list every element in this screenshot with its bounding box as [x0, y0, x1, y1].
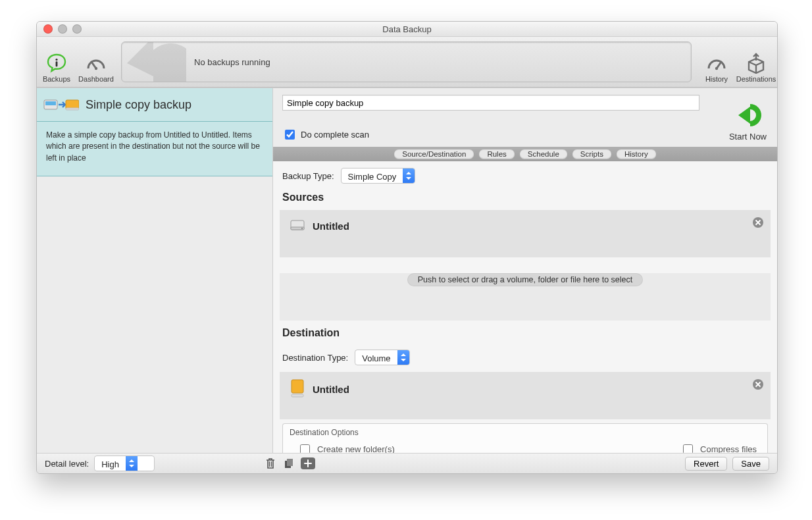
add-backup-button[interactable] — [301, 457, 315, 469]
start-now-icon — [733, 101, 762, 130]
backup-name-input[interactable] — [282, 95, 699, 111]
tab-bar: Source/Destination Rules Schedule Script… — [273, 147, 777, 161]
svg-rect-7 — [45, 101, 56, 105]
backup-type-select[interactable]: Simple Copy — [341, 168, 416, 184]
title-bar: Data Backup — [37, 22, 777, 37]
speech-bubble-info-icon — [46, 53, 67, 74]
destination-type-value: Volume — [355, 350, 397, 365]
toolbar-dashboard-button[interactable]: Dashboard — [76, 37, 116, 87]
window-title: Data Backup — [37, 24, 777, 34]
body: Simple copy backup Make a simple copy ba… — [37, 88, 777, 453]
complete-scan-label: Do complete scan — [301, 130, 369, 140]
big-back-arrow-icon — [121, 41, 186, 82]
toolbar-history-label: History — [705, 75, 728, 83]
source-drop-hint[interactable]: Push to select or drag a volume, folder … — [407, 273, 644, 286]
box-out-icon — [746, 53, 767, 74]
destination-options-box: Destination Options Create new folder(s)… — [282, 423, 768, 453]
backup-type-label: Backup Type: — [282, 171, 334, 181]
source-volume-name: Untitled — [313, 221, 349, 232]
create-new-folders-option[interactable]: Create new folder(s) — [297, 442, 395, 453]
start-now-button[interactable]: Start Now — [729, 95, 768, 142]
svg-point-5 — [715, 67, 718, 70]
remove-destination-button[interactable] — [752, 378, 764, 390]
sidebar-backup-description: Make a simple copy backup from Untitled … — [37, 121, 272, 176]
destination-volume-name: Untitled — [313, 384, 349, 395]
toolbar-destinations-button[interactable]: Destinations — [736, 37, 776, 87]
compress-files-label: Compress files — [700, 444, 757, 453]
sidebar-backup-item[interactable]: Simple copy backup Make a simple copy ba… — [37, 88, 272, 176]
revert-button[interactable]: Revert — [685, 457, 727, 471]
complete-scan-checkbox[interactable] — [285, 130, 295, 140]
detail-level-label: Detail level: — [45, 459, 89, 469]
delete-backup-button[interactable] — [264, 457, 277, 469]
documents-icon — [283, 457, 295, 469]
detail-level-value: High — [95, 456, 126, 471]
compress-files-option[interactable]: Compress files — [680, 442, 757, 453]
svg-rect-15 — [292, 394, 303, 397]
svg-rect-14 — [292, 380, 303, 393]
app-window: Data Backup Backups Dashboard — [36, 21, 778, 474]
destination-volume-well: Untitled — [280, 372, 771, 419]
sidebar: Simple copy backup Make a simple copy ba… — [37, 88, 273, 453]
trash-icon — [265, 457, 276, 469]
svg-point-3 — [95, 67, 97, 70]
destination-type-select[interactable]: Volume — [355, 350, 409, 365]
sources-heading: Sources — [273, 188, 777, 207]
svg-rect-1 — [56, 61, 58, 66]
toolbar-backups-button[interactable]: Backups — [37, 37, 76, 87]
duplicate-backup-button[interactable] — [282, 457, 295, 469]
svg-rect-9 — [66, 108, 79, 110]
tab-schedule[interactable]: Schedule — [520, 149, 567, 159]
remove-source-button[interactable] — [752, 217, 764, 228]
save-button[interactable]: Save — [732, 457, 769, 471]
svg-rect-18 — [287, 459, 293, 466]
copy-drives-icon — [43, 95, 79, 115]
gauge-history-icon — [706, 53, 727, 74]
destination-options-heading: Destination Options — [283, 424, 767, 442]
source-drop-well[interactable]: Push to select or drag a volume, folder … — [280, 273, 771, 321]
updown-icon — [403, 169, 415, 183]
detail-level-select[interactable]: High — [94, 455, 155, 471]
tab-history[interactable]: History — [617, 149, 656, 159]
svg-point-0 — [55, 59, 57, 61]
tab-scripts[interactable]: Scripts — [572, 149, 611, 159]
toolbar-dashboard-label: Dashboard — [78, 75, 114, 83]
hdd-icon — [289, 217, 306, 236]
main-scroll: Backup Type: Simple Copy Sources — [273, 161, 777, 453]
backup-type-value: Simple Copy — [342, 169, 403, 183]
destination-type-label: Destination Type: — [282, 353, 348, 363]
tab-rules[interactable]: Rules — [479, 149, 514, 159]
destination-heading: Destination — [273, 323, 777, 343]
create-new-folders-label: Create new folder(s) — [317, 444, 395, 453]
create-new-folders-checkbox[interactable] — [300, 444, 310, 453]
source-volume-well: Untitled — [280, 210, 771, 257]
toolbar-destinations-label: Destinations — [736, 75, 776, 83]
toolbar: Backups Dashboard No backups running — [37, 37, 777, 88]
gauge-icon — [86, 53, 107, 74]
sidebar-backup-title: Simple copy backup — [86, 98, 191, 112]
main-panel: Do complete scan Start Now Source/Destin… — [273, 88, 777, 453]
toolbar-backups-label: Backups — [43, 75, 70, 83]
status-message: No backups running — [194, 57, 270, 67]
external-drive-icon — [289, 378, 306, 400]
svg-point-12 — [301, 228, 303, 229]
plus-icon — [304, 459, 312, 467]
toolbar-history-button[interactable]: History — [697, 37, 736, 87]
updown-icon — [397, 350, 409, 365]
bottom-bar: Detail level: High Revert — [37, 453, 777, 473]
updown-icon — [126, 456, 138, 471]
compress-files-checkbox[interactable] — [683, 444, 693, 453]
start-now-label: Start Now — [729, 132, 767, 142]
status-well: No backups running — [121, 41, 692, 82]
tab-source-destination[interactable]: Source/Destination — [394, 149, 474, 159]
